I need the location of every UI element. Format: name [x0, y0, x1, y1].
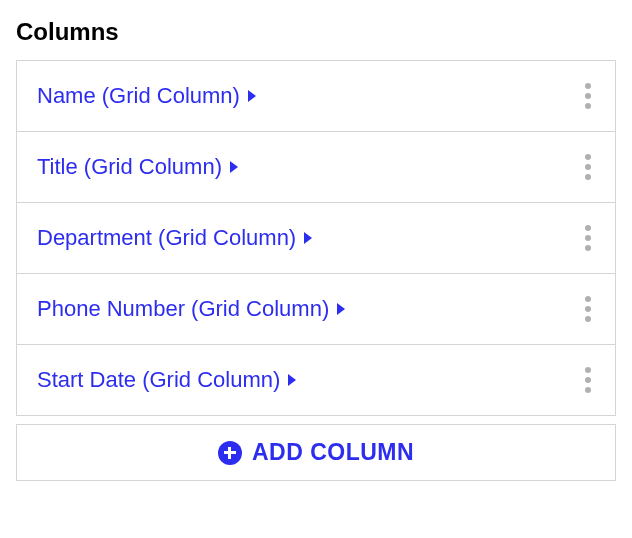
more-options-button[interactable] — [579, 150, 597, 184]
caret-right-icon — [304, 232, 312, 244]
more-options-button[interactable] — [579, 221, 597, 255]
caret-right-icon — [288, 374, 296, 386]
column-label-wrap: Title (Grid Column) — [37, 154, 238, 180]
caret-right-icon — [230, 161, 238, 173]
column-label: Name (Grid Column) — [37, 83, 240, 109]
dots-vertical-icon — [585, 296, 591, 302]
column-label: Department (Grid Column) — [37, 225, 296, 251]
dots-vertical-icon — [585, 83, 591, 89]
column-label: Title (Grid Column) — [37, 154, 222, 180]
column-label-wrap: Name (Grid Column) — [37, 83, 256, 109]
add-column-label: ADD COLUMN — [252, 439, 414, 466]
column-row[interactable]: Title (Grid Column) — [17, 132, 615, 203]
more-options-button[interactable] — [579, 79, 597, 113]
add-column-inner: ADD COLUMN — [218, 439, 414, 466]
dots-vertical-icon — [585, 367, 591, 373]
column-label-wrap: Phone Number (Grid Column) — [37, 296, 345, 322]
column-label-wrap: Department (Grid Column) — [37, 225, 312, 251]
plus-circle-icon — [218, 441, 242, 465]
dots-vertical-icon — [585, 154, 591, 160]
columns-list: Name (Grid Column) Title (Grid Column) D… — [16, 60, 616, 416]
more-options-button[interactable] — [579, 292, 597, 326]
caret-right-icon — [337, 303, 345, 315]
column-row[interactable]: Start Date (Grid Column) — [17, 345, 615, 415]
column-label: Start Date (Grid Column) — [37, 367, 280, 393]
column-row[interactable]: Name (Grid Column) — [17, 61, 615, 132]
column-row[interactable]: Phone Number (Grid Column) — [17, 274, 615, 345]
add-column-button[interactable]: ADD COLUMN — [16, 424, 616, 481]
column-row[interactable]: Department (Grid Column) — [17, 203, 615, 274]
section-title: Columns — [16, 18, 616, 46]
dots-vertical-icon — [585, 225, 591, 231]
column-label-wrap: Start Date (Grid Column) — [37, 367, 296, 393]
caret-right-icon — [248, 90, 256, 102]
more-options-button[interactable] — [579, 363, 597, 397]
column-label: Phone Number (Grid Column) — [37, 296, 329, 322]
